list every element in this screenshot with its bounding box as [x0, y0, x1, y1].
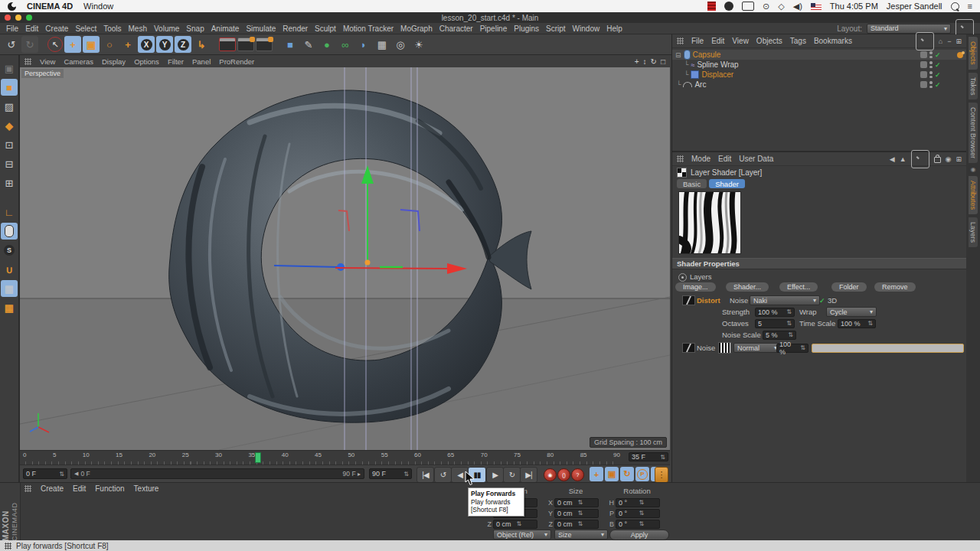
tab-takes[interactable]: Takes: [969, 73, 978, 100]
recording-indicator-icon[interactable]: [707, 2, 716, 11]
maximize-icon[interactable]: ⊞: [956, 37, 962, 45]
generators-icon[interactable]: ●: [318, 36, 335, 53]
obj-menu-view[interactable]: View: [732, 37, 749, 45]
end-frame-field[interactable]: 90 F⇅: [369, 468, 412, 479]
preview-range-slider[interactable]: ◀ 0 F 90 F ▸: [70, 468, 364, 479]
object-search-icon[interactable]: [916, 32, 934, 51]
goto-end-button[interactable]: ▶|: [520, 467, 537, 483]
axis-mode-icon[interactable]: ∟: [1, 204, 18, 220]
distort-layer-label[interactable]: Distort: [697, 296, 720, 305]
menubar-clock[interactable]: Thu 4:05 PM: [830, 2, 878, 11]
tree-row-capsule[interactable]: ⊟ Capsule ✓: [672, 50, 966, 60]
spline-pen-icon[interactable]: ✎: [300, 36, 317, 53]
spotlight-icon[interactable]: [951, 2, 959, 11]
attr-menu-user-data[interactable]: User Data: [739, 155, 773, 163]
attr-menu-mode[interactable]: Mode: [691, 155, 710, 163]
tab-shader[interactable]: Shader: [709, 179, 745, 188]
make-editable-icon[interactable]: ▣: [1, 60, 18, 77]
panel-handle-icon[interactable]: [24, 58, 31, 65]
start-frame-field[interactable]: 0 F⇅: [23, 468, 67, 479]
image-button[interactable]: Image...: [675, 282, 716, 292]
apply-button[interactable]: Apply: [609, 530, 669, 540]
menubar-item-window[interactable]: Window: [83, 2, 113, 11]
bp-menu-texture[interactable]: Texture: [134, 484, 159, 493]
texture-mode-icon[interactable]: ▨: [1, 98, 18, 115]
tree-row-arc[interactable]: └ Arc ✓: [672, 80, 966, 90]
rotate-tool-icon[interactable]: ○: [101, 36, 118, 53]
redo-icon[interactable]: ↻: [21, 36, 38, 53]
tab-attributes[interactable]: Attributes: [969, 176, 978, 214]
enabled-check-icon[interactable]: ✓: [935, 71, 955, 79]
vp-menu-panel[interactable]: Panel: [192, 57, 211, 66]
vp-menu-prorender[interactable]: ProRender: [219, 57, 254, 66]
apple-menu-icon[interactable]: [8, 2, 16, 11]
layers-radio-icon[interactable]: [678, 273, 687, 282]
workplane-snap-icon[interactable]: ▦: [1, 299, 18, 316]
rotation-h-field[interactable]: 0 °⇅: [616, 498, 660, 507]
displacer-tag-icon[interactable]: [957, 52, 963, 58]
menu-mograph[interactable]: MoGraph: [400, 24, 433, 33]
menu-simulate[interactable]: Simulate: [246, 24, 276, 33]
wrap-dropdown[interactable]: Cycle▾: [826, 307, 877, 317]
layer-swatch[interactable]: [920, 61, 927, 68]
workplane-mode-icon[interactable]: ◆: [1, 117, 18, 134]
viewport-pan-icon[interactable]: +: [635, 57, 639, 66]
menu-select[interactable]: Select: [75, 24, 96, 33]
menu-create[interactable]: Create: [45, 24, 68, 33]
expander-icon[interactable]: ⊟: [675, 51, 681, 59]
bp-menu-create[interactable]: Create: [41, 484, 64, 493]
enabled-check-icon[interactable]: ✓: [935, 81, 955, 89]
menu-motion-tracker[interactable]: Motion Tracker: [343, 24, 394, 33]
tree-row-displacer[interactable]: └ Displacer ✓: [672, 70, 966, 80]
live-selection-icon[interactable]: ↖: [47, 37, 63, 52]
creative-cloud-icon[interactable]: [724, 2, 733, 11]
key-scale-toggle[interactable]: ▣: [605, 467, 619, 481]
light-icon[interactable]: ☀: [410, 36, 427, 53]
layer-swatch[interactable]: [920, 71, 927, 78]
obj-menu-file[interactable]: File: [691, 37, 704, 45]
notification-center-icon[interactable]: ≡: [968, 2, 972, 11]
panel-handle-icon[interactable]: [24, 485, 31, 492]
panel-handle-icon[interactable]: [677, 37, 684, 44]
remove-button[interactable]: Remove: [874, 282, 916, 292]
vp-menu-options[interactable]: Options: [134, 57, 159, 66]
minimize-icon[interactable]: −: [947, 37, 951, 45]
viewport-canvas[interactable]: Perspective Grid Spacing : 100 cm: [20, 67, 670, 450]
obj-menu-objects[interactable]: Objects: [756, 37, 782, 45]
history-back-icon[interactable]: ◀: [890, 155, 895, 163]
menu-help[interactable]: Help: [606, 24, 622, 33]
viewport-toggle-icon[interactable]: □: [661, 57, 665, 66]
scale-tool-icon[interactable]: ▣: [83, 36, 100, 53]
attr-search-icon[interactable]: [911, 150, 929, 168]
tab-basic[interactable]: Basic: [677, 179, 707, 188]
vp-menu-filter[interactable]: Filter: [168, 57, 184, 66]
visibility-dots-icon[interactable]: [929, 81, 933, 88]
goto-start-button[interactable]: |◀: [416, 467, 434, 483]
menu-plugins[interactable]: Plugins: [514, 24, 539, 33]
size-z-field[interactable]: 0 cm⇅: [554, 520, 599, 529]
battery-icon[interactable]: ◇: [778, 2, 784, 11]
undo-icon[interactable]: ↺: [3, 36, 20, 53]
play-forwards-button[interactable]: ↻: [503, 467, 521, 483]
octaves-field[interactable]: 5⇅: [755, 319, 795, 328]
obj-menu-bookmarks[interactable]: Bookmarks: [814, 37, 852, 45]
vp-menu-display[interactable]: Display: [102, 57, 126, 66]
render-view-icon[interactable]: [219, 37, 236, 51]
last-tool-icon[interactable]: +: [119, 36, 136, 53]
edges-mode-icon[interactable]: ⊟: [1, 155, 18, 172]
menu-tools[interactable]: Tools: [103, 24, 121, 33]
bp-menu-edit[interactable]: Edit: [73, 484, 86, 493]
keyframe-selection-button[interactable]: ?: [571, 468, 584, 481]
magnet-snap-icon[interactable]: ∪: [1, 261, 18, 278]
menu-mesh[interactable]: Mesh: [129, 24, 147, 33]
blend-mode-dropdown[interactable]: Normal▾: [733, 343, 781, 353]
menu-script[interactable]: Script: [546, 24, 566, 33]
coord-mode-dropdown[interactable]: Object (Rel)▾: [493, 530, 551, 540]
layer-opacity-slider[interactable]: [812, 344, 964, 353]
rotation-b-field[interactable]: 0 °⇅: [616, 520, 660, 529]
new-panel-icon[interactable]: ⊞: [956, 155, 962, 163]
camera-icon[interactable]: ◎: [392, 36, 409, 53]
deformers-icon[interactable]: ∞: [337, 36, 354, 53]
visibility-dots-icon[interactable]: [929, 61, 933, 68]
lock-x-axis-button[interactable]: X: [138, 36, 155, 53]
